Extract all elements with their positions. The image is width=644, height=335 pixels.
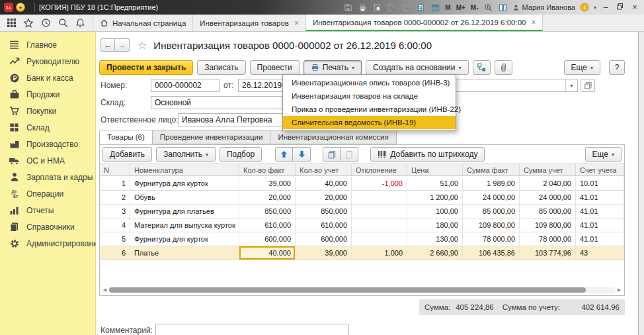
close-tab-icon[interactable]: × [531, 18, 536, 27]
move-down-button[interactable] [293, 147, 311, 162]
sidebar-item-reports[interactable]: Отчеты [0, 202, 95, 218]
cell-price[interactable]: 130,00 [407, 232, 463, 246]
cell-name[interactable]: Платье [130, 246, 239, 260]
tab-home[interactable]: Начальная страница [93, 15, 192, 31]
info-icon[interactable]: i [579, 2, 590, 13]
cell-qty_fact[interactable]: 850,000 [239, 205, 296, 218]
cell-price[interactable]: 1 200,00 [407, 191, 463, 205]
cell-n[interactable]: 1 [100, 177, 130, 191]
restore-button[interactable] [615, 3, 625, 12]
sidebar-item-sales[interactable]: Продажи [0, 86, 95, 103]
current-user[interactable]: Мария Иванова [512, 3, 575, 11]
menu-item-inv19[interactable]: Сличительная ведомость (ИНВ-19) [283, 116, 456, 129]
save-icon[interactable] [342, 2, 353, 13]
search-icon[interactable] [56, 16, 70, 30]
memory-plus-button[interactable]: M+ [456, 4, 466, 11]
sidebar-item-production[interactable]: Производство [0, 136, 95, 152]
column-header-n[interactable]: N [100, 164, 130, 175]
cell-sum_fact[interactable]: 24 000,00 [463, 191, 520, 205]
open-organization-button[interactable] [581, 79, 595, 92]
preview-icon[interactable] [372, 2, 382, 13]
cell-account[interactable]: 41.01 [576, 232, 624, 246]
calculator-icon[interactable] [415, 2, 426, 13]
cell-qty_fact[interactable]: 20,000 [239, 191, 296, 205]
forward-button[interactable]: → [115, 38, 130, 52]
chevron-down-icon[interactable]: ▾ [565, 79, 577, 91]
cell-qty_acct[interactable]: 610,000 [296, 218, 352, 232]
table-row[interactable]: 5Фурнитура для курток600,000600,000130,0… [100, 232, 624, 246]
related-documents-button[interactable] [473, 60, 491, 75]
cell-sum_acct[interactable]: 78 000,00 [520, 232, 576, 246]
cell-sum_fact[interactable]: 1 989,00 [463, 177, 520, 191]
cell-n[interactable]: 3 [100, 205, 130, 218]
print-menu-button[interactable]: Печать▾ [303, 60, 362, 75]
table-row[interactable]: 3Фурнитура для платьев850,000850,000100,… [100, 205, 624, 218]
favorites-star-icon[interactable] [21, 16, 36, 30]
sidebar-item-payroll-hr[interactable]: Зарплата и кадры [0, 169, 95, 185]
copy-button[interactable] [323, 147, 341, 162]
sidebar-item-manager[interactable]: Руководителю [0, 53, 95, 70]
cell-qty_acct[interactable]: 850,000 [296, 205, 352, 218]
cell-account[interactable]: 41.01 [576, 218, 624, 232]
minimize-button[interactable]: – [600, 3, 611, 12]
menu-item-warehouse-inventory[interactable]: Инвентаризация товаров на складе [283, 89, 456, 103]
sidebar-item-fixed-assets[interactable]: ОС и НМА [0, 152, 95, 169]
menu-item-inv3[interactable]: Инвентаризационная опись товаров (ИНВ-3) [283, 76, 456, 89]
cell-sum_fact[interactable]: 85 000,00 [463, 205, 520, 218]
sidebar-item-operations[interactable]: ДтКт Операции [0, 185, 95, 202]
more-button[interactable]: Еще▾ [564, 60, 600, 75]
cell-sum_fact[interactable]: 106 435,86 [463, 246, 520, 260]
number-input[interactable]: 0000-000002 [151, 79, 220, 92]
cell-name[interactable]: Фурнитура для курток [130, 232, 239, 246]
cell-price[interactable]: 180,00 [407, 218, 463, 232]
cell-n[interactable]: 4 [100, 218, 130, 232]
tab-goods[interactable]: Товары (6) [99, 130, 153, 144]
cell-qty_acct[interactable]: 600,000 [296, 232, 352, 246]
post-document-icon[interactable] [386, 2, 397, 13]
print-icon[interactable] [357, 2, 368, 13]
memory-button[interactable]: M [444, 4, 451, 11]
cell-n[interactable]: 6 [100, 246, 130, 260]
cell-name[interactable]: Материал для выпуска курток [130, 218, 239, 232]
cell-deviation[interactable] [352, 191, 407, 205]
favorite-star-icon[interactable]: ☆ [138, 39, 147, 52]
cell-deviation[interactable] [352, 218, 407, 232]
cell-name[interactable]: Фурнитура для платьев [130, 205, 239, 218]
cell-name[interactable]: Фурнитура для курток [130, 177, 239, 191]
sidebar-item-purchases[interactable]: Покупки [0, 103, 95, 119]
close-tab-icon[interactable]: × [294, 19, 299, 28]
cell-deviation[interactable] [352, 232, 407, 246]
sidebar-item-warehouse[interactable]: Склад [0, 119, 95, 136]
main-menu-button[interactable]: ▼ [16, 3, 25, 12]
cell-price[interactable]: 51,00 [407, 177, 463, 191]
column-header-sum-acct[interactable]: Сумма учет [520, 164, 576, 175]
cell-qty_fact[interactable]: 39,000 [239, 177, 296, 191]
chevron-down-icon[interactable]: ▾ [594, 5, 596, 11]
cell-sum_acct[interactable]: 85 000,00 [520, 205, 576, 218]
memory-minus-button[interactable]: M- [470, 4, 479, 11]
cell-sum_acct[interactable]: 24 000,00 [520, 191, 576, 205]
cell-sum_acct[interactable]: 2 040,00 [520, 177, 576, 191]
history-icon[interactable] [38, 16, 53, 30]
cell-qty_fact[interactable]: 600,000 [239, 232, 296, 246]
cell-qty_fact[interactable]: 40,000 [239, 246, 296, 260]
scroll-right-icon[interactable]: ▶ [616, 287, 623, 293]
cell-n[interactable]: 5 [100, 232, 130, 246]
apps-menu-icon[interactable] [4, 16, 19, 30]
cell-deviation[interactable]: 1,000 [352, 246, 407, 260]
horizontal-scrollbar[interactable]: ◀ ▶ [101, 286, 623, 294]
post-button[interactable]: Провести [250, 60, 300, 75]
table-row[interactable]: 4Материал для выпуска курток610,000610,0… [100, 218, 624, 232]
create-based-on-button[interactable]: Создать на основании▾ [366, 60, 469, 75]
table-row[interactable]: 1Фурнитура для курток39,00040,000-1,0005… [100, 177, 624, 191]
cell-account[interactable]: 10.01 [576, 177, 624, 191]
help-button[interactable]: ? [609, 60, 625, 75]
move-up-button[interactable] [275, 147, 293, 162]
sidebar-item-bank-cash[interactable]: Банк и касса [0, 70, 95, 86]
cell-qty_acct[interactable]: 40,000 [296, 177, 352, 191]
post-and-close-button[interactable]: Провести и закрыть [99, 60, 193, 75]
scroll-left-icon[interactable]: ◀ [101, 287, 108, 293]
table-row[interactable]: 6Платье40,00039,0001,0002 660,90106 435,… [100, 246, 624, 260]
sidebar-item-main[interactable]: Главное [0, 36, 95, 53]
sidebar-item-administration[interactable]: Администрирование [0, 235, 95, 252]
